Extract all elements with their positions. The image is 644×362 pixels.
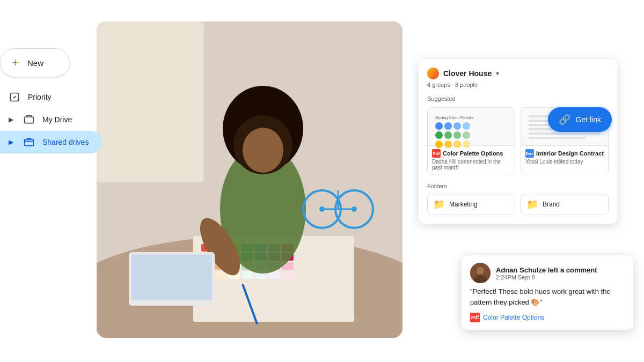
- doc-line: [529, 137, 586, 139]
- svg-rect-48: [25, 139, 34, 146]
- svg-rect-47: [25, 117, 34, 123]
- comment-file-name: Color Palette Options: [483, 314, 544, 321]
- my-drive-icon: [23, 114, 35, 125]
- doc-icon: Doc: [525, 149, 534, 158]
- get-link-label: Get link: [576, 115, 601, 124]
- get-link-button[interactable]: 🔗 Get link: [548, 107, 612, 132]
- new-button[interactable]: + New: [0, 48, 70, 77]
- clover-avatar: [427, 68, 439, 79]
- file-meta-contract: Yossi Louis edited today: [525, 159, 604, 165]
- comment-time: 2:24PM Sept 8: [496, 274, 597, 280]
- folders-row: 📁 Marketing 📁 Brand: [427, 194, 609, 215]
- photo-svg: [97, 21, 402, 338]
- doc-line: [529, 132, 601, 135]
- clover-card: Clover House ▾ 4 groups · 8 people Sugge…: [419, 59, 617, 224]
- priority-icon: [9, 91, 20, 103]
- folders-label: Folders: [427, 183, 609, 189]
- comment-card: Adnan Schulze left a comment 2:24PM Sept…: [462, 255, 633, 330]
- svg-point-50: [477, 267, 484, 275]
- palette-title: Spring Color Palette: [435, 115, 507, 120]
- sidebar-item-shared-drives[interactable]: ▶ Shared drives: [0, 131, 102, 153]
- folder-icon-brand: 📁: [526, 198, 538, 210]
- plus-icon: +: [9, 56, 22, 69]
- svg-rect-1: [97, 21, 204, 182]
- new-label: New: [27, 58, 43, 68]
- comment-author: Adnan Schulze left a comment: [496, 266, 597, 274]
- folders-section: Folders 📁 Marketing 📁 Brand: [427, 183, 609, 215]
- palette-row-2: [435, 131, 507, 139]
- folder-brand[interactable]: 📁 Brand: [521, 194, 609, 215]
- shared-drives-label: Shared drives: [42, 138, 89, 146]
- svg-rect-31: [282, 271, 294, 279]
- palette-row-3: [435, 141, 507, 148]
- svg-point-35: [243, 128, 283, 173]
- my-drive-label: My Drive: [42, 115, 72, 124]
- comment-pdf-icon: Pdf: [470, 313, 480, 322]
- file-info-contract: Doc Interior Design Contract Yossi Louis…: [521, 145, 608, 168]
- link-icon: 🔗: [559, 114, 570, 125]
- folder-icon-marketing: 📁: [433, 198, 445, 210]
- file-card-palette[interactable]: Spring Color Palette: [427, 107, 515, 174]
- folder-marketing[interactable]: 📁 Marketing: [427, 194, 515, 215]
- file-name-contract: Interior Design Contract: [536, 150, 604, 157]
- clover-chevron-icon: ▾: [496, 70, 499, 77]
- priority-label: Priority: [28, 93, 52, 101]
- file-title-row-contract: Doc Interior Design Contract: [525, 149, 604, 158]
- sidebar-item-my-drive[interactable]: ▶ My Drive: [0, 108, 102, 131]
- comment-author-block: Adnan Schulze left a comment 2:24PM Sept…: [496, 266, 597, 280]
- suggested-label: Suggested: [427, 95, 609, 102]
- comment-header: Adnan Schulze left a comment 2:24PM Sept…: [470, 263, 625, 283]
- shared-drives-icon: [23, 136, 35, 148]
- svg-rect-26: [215, 271, 226, 279]
- expand-icon-shared: ▶: [9, 138, 13, 146]
- sidebar: + New Priority ▶ My Drive: [0, 48, 107, 153]
- clover-name: Clover House: [443, 69, 492, 78]
- comment-avatar: [470, 263, 491, 283]
- svg-rect-28: [241, 271, 253, 279]
- main-photo: [97, 21, 402, 338]
- comment-text: "Perfect! These bold hues work great wit…: [470, 286, 625, 307]
- expand-icon-my-drive: ▶: [9, 116, 13, 123]
- svg-rect-38: [131, 255, 212, 300]
- sidebar-item-priority[interactable]: Priority: [0, 86, 102, 108]
- file-meta-palette: Dasha Hill commented in the past month: [432, 159, 510, 171]
- folder-name-brand: Brand: [543, 201, 560, 208]
- folder-name-marketing: Marketing: [449, 201, 478, 208]
- file-preview-palette: Spring Color Palette: [428, 108, 515, 145]
- scene: + New Priority ▶ My Drive: [0, 0, 644, 362]
- comment-file-ref: Pdf Color Palette Options: [470, 313, 625, 322]
- clover-meta: 4 groups · 8 people: [427, 82, 609, 88]
- palette-row-1: [435, 122, 507, 130]
- clover-card-header: Clover House ▾: [427, 68, 609, 79]
